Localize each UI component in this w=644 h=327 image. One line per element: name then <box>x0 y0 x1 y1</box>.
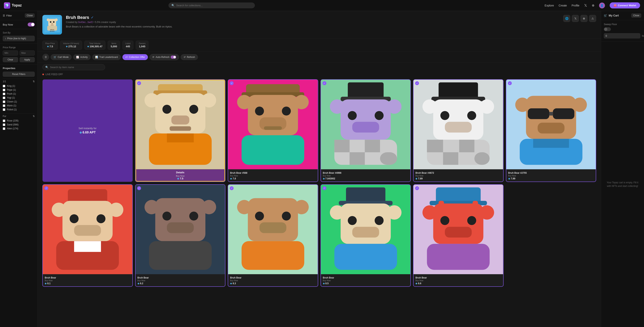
nft-image-r2-1 <box>43 185 132 274</box>
twitter-button[interactable]: 𝕏 <box>572 15 579 22</box>
nft-card-row2-2[interactable]: ✓ Bruh Bear Buy Now <box>135 184 226 287</box>
prop-robot-checkbox[interactable] <box>3 108 5 111</box>
price-min-input[interactable] <box>3 51 18 56</box>
prop-yogi[interactable]: Yogi (1) <box>3 96 35 100</box>
nav-explore[interactable]: Explore <box>544 4 554 7</box>
nft-card-bruh568b[interactable]: ✓ <box>228 79 318 182</box>
nft-card-bruh4998[interactable]: ✓ <box>320 79 411 182</box>
refresh-button[interactable]: ↺ Refresh <box>181 54 198 60</box>
svg-rect-6 <box>51 23 53 24</box>
prop-alien-checkbox[interactable] <box>3 127 5 130</box>
prop-king[interactable]: King (1) <box>3 84 35 88</box>
royalty-text: 5.5% creator royalty <box>95 21 116 24</box>
card-check-r2-5: ✓ <box>415 186 419 190</box>
website-button[interactable]: 🌐 <box>563 15 570 22</box>
svg-rect-7 <box>50 25 54 26</box>
prop-robot[interactable]: Robot (1) <box>3 108 35 112</box>
prop-alien[interactable]: Alien (174) <box>3 127 35 131</box>
alert-button[interactable]: ⚠ <box>589 15 596 22</box>
reset-filters-button[interactable]: Reset Filters <box>3 72 35 77</box>
prop-king-checkbox[interactable] <box>3 85 5 87</box>
prop-group-fur-header[interactable]: Fur ⇅ <box>3 113 35 119</box>
cart-mode-button[interactable]: 🛒 Cart Mode <box>50 54 72 60</box>
prop-group-1-header[interactable]: 1/1 ⇅ <box>3 79 35 84</box>
prop-pooh[interactable]: Pooh (1) <box>3 92 35 96</box>
prop-rose-checkbox[interactable] <box>3 120 5 122</box>
items-count-input[interactable] <box>604 33 640 39</box>
sell-instant-card[interactable]: Sell instantly for ◈ 6.69 APT <box>42 79 133 182</box>
user-avatar[interactable]: 👤 <box>599 3 605 9</box>
nft-card-bruh4672[interactable]: ✓ <box>413 79 504 182</box>
nft-card-bruh568[interactable]: ✓ <box>135 79 226 182</box>
filter-toggle-button[interactable]: ☰ <box>42 54 49 61</box>
item-search-input[interactable] <box>50 66 102 69</box>
sort-by-label: Sort By <box>3 32 35 34</box>
svg-rect-72 <box>533 139 569 148</box>
activity-button[interactable]: 📈 Activity <box>73 54 91 60</box>
prop-pepe-checkbox[interactable] <box>3 89 5 91</box>
details-button[interactable]: Details <box>176 171 184 174</box>
stat-v24-label: Volume (24 hours) <box>63 42 79 45</box>
global-search-input[interactable] <box>176 4 252 7</box>
svg-rect-70 <box>538 123 564 133</box>
price-range-label: Price Range <box>3 46 35 49</box>
nft-card-row2-3[interactable]: ✓ Bruh Bear Buy Now <box>228 184 318 287</box>
nft-card-row2-1[interactable]: ✓ <box>42 184 133 287</box>
svg-rect-68 <box>553 108 574 119</box>
clear-price-button[interactable]: Clear <box>3 57 18 62</box>
svg-rect-45 <box>365 140 380 152</box>
toolbar: ☰ 🛒 Cart Mode 📈 Activity 📊 Trait Leaderb… <box>38 52 601 63</box>
prop-mario[interactable]: Mario (1) <box>3 104 35 108</box>
nft-price-3: ◈ 7.843002 <box>323 177 408 180</box>
connect-wallet-button[interactable]: 👛 Connect Wallet <box>610 2 640 9</box>
global-search[interactable]: 🔍 <box>168 3 255 8</box>
trait-leaderboard-button[interactable]: 📊 Trait Leaderboard <box>92 54 121 60</box>
nft-grid: Sell instantly for ◈ 6.69 APT ✓ <box>42 79 596 287</box>
prop-sand-checkbox[interactable] <box>3 123 5 126</box>
cart-close-button[interactable]: Close <box>631 13 641 18</box>
auto-refresh-toggle[interactable] <box>171 56 176 59</box>
nft-card-row2-5[interactable]: ✓ <box>413 184 504 287</box>
buy-now-label: Buy Now <box>3 23 13 26</box>
activity-label: Activity <box>80 56 88 59</box>
price-max-input[interactable] <box>20 51 35 56</box>
card-check-r2-1: ✓ <box>44 186 48 190</box>
auto-refresh-button[interactable]: ⟳ Auto-Refresh <box>150 54 179 60</box>
logo[interactable]: 💎 Topaz <box>4 2 22 9</box>
prop-mario-checkbox[interactable] <box>3 104 5 107</box>
collection-offer-button[interactable]: 🏷 Collection Offer <box>122 54 148 60</box>
buy-now-toggle[interactable] <box>28 23 35 27</box>
sort-button[interactable]: ↕ Price (low to high) <box>3 36 35 41</box>
nft-image-r2-5 <box>414 185 503 274</box>
sidebar-close-button[interactable]: Close <box>25 13 35 18</box>
nft-card-info-r2-4: Bruh Bear Buy Now ◈ 8.5 <box>321 275 410 286</box>
cart-empty: Your Topaz cart is empty. Fill it with N… <box>601 42 644 327</box>
center-content: BRUH BEARS Bruh Bears ✓ Created by 0x43e… <box>38 11 601 327</box>
prop-sand[interactable]: Sand (566) <box>3 123 35 127</box>
prop-rose[interactable]: Rose (235) <box>3 119 35 123</box>
prop-clown[interactable]: Clown (1) <box>3 100 35 104</box>
nft-card-info-r2-1: Bruh Bear Buy Now ◈ 8.1 <box>43 275 132 286</box>
details-price: ◈ 7.5 <box>177 177 184 180</box>
prop-pepe[interactable]: Pepe (1) <box>3 88 35 92</box>
sell-instant-text: Sell instantly for <box>78 127 96 130</box>
prop-clown-checkbox[interactable] <box>3 101 5 103</box>
twitter-icon[interactable]: 𝕏 <box>584 3 587 8</box>
nft-card-bruh2755[interactable]: ✓ <box>506 79 596 182</box>
nav-create[interactable]: Create <box>559 4 567 7</box>
stat-items-label: Items <box>112 42 116 45</box>
filter-icon: ☰ <box>3 14 5 17</box>
refresh-label: Refresh <box>187 56 195 59</box>
apply-price-button[interactable]: Apply <box>20 57 35 62</box>
nav-profile[interactable]: Profile <box>572 4 580 7</box>
item-search-icon: 🔍 <box>45 66 48 69</box>
discord-button[interactable]: ⊕ <box>580 15 588 22</box>
item-search[interactable]: 🔍 <box>42 64 105 70</box>
svg-rect-76 <box>52 203 66 217</box>
prop-pooh-checkbox[interactable] <box>3 93 5 95</box>
creator-link[interactable]: 0x43ec...faef2 <box>78 21 93 24</box>
sweep-floor-toggle[interactable] <box>604 27 611 31</box>
nft-card-row2-4[interactable]: ✓ <box>320 184 411 287</box>
discord-icon[interactable]: ⊕ <box>592 4 594 7</box>
prop-yogi-checkbox[interactable] <box>3 97 5 99</box>
